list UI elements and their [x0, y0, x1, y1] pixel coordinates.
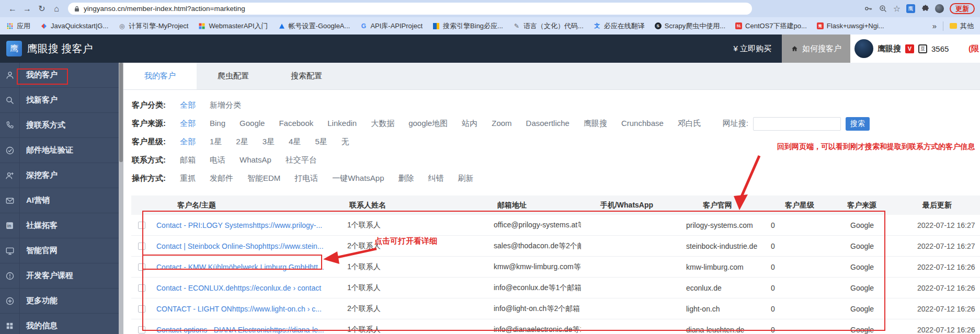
- filter-action[interactable]: 发邮件: [210, 174, 233, 182]
- filter-option[interactable]: 无: [341, 137, 349, 146]
- tab-search-config[interactable]: 搜索配置: [270, 63, 343, 89]
- filter-option-active[interactable]: 全部: [180, 119, 196, 129]
- filter-option[interactable]: google地图: [408, 119, 448, 128]
- row-checkbox[interactable]: [138, 305, 145, 313]
- customer-name-link[interactable]: CONTACT - LIGHT ONhttps://www.light-on.c…: [152, 305, 343, 313]
- bookmark-item[interactable]: 文 必应在线翻译: [594, 21, 645, 31]
- filter-option[interactable]: 2星: [236, 137, 248, 146]
- filter-option[interactable]: Facebook: [279, 119, 313, 128]
- email-cell: info@econlux.de等1个邮箱: [474, 283, 581, 293]
- back-icon[interactable]: ←: [5, 4, 20, 14]
- filter-option[interactable]: Google: [240, 119, 265, 128]
- sidebar-item-email-verify[interactable]: 邮件地址验证: [0, 138, 119, 163]
- filter-option[interactable]: Bing: [210, 119, 225, 128]
- pen-icon: ✎: [513, 22, 520, 30]
- filter-action[interactable]: 刷新: [458, 174, 474, 182]
- extension-yingyanso-icon[interactable]: 鹰: [906, 4, 915, 13]
- content-scrollbar[interactable]: [119, 63, 123, 334]
- scrollbar-thumb[interactable]: [119, 63, 123, 162]
- browser-profile-avatar[interactable]: [935, 4, 944, 13]
- zoom-icon[interactable]: [879, 4, 887, 13]
- row-checkbox[interactable]: [138, 284, 145, 292]
- filter-option[interactable]: 社交平台: [286, 155, 317, 164]
- sidebar-item-find-customers[interactable]: 找新客户: [0, 88, 119, 113]
- filter-action[interactable]: 删除: [398, 174, 414, 182]
- filter-action[interactable]: 智能EDM: [247, 174, 280, 182]
- reload-icon[interactable]: ↻: [35, 4, 49, 14]
- puzzle-extensions-icon[interactable]: [921, 5, 929, 13]
- col-header-updated: 最后更新: [895, 201, 980, 210]
- search-button[interactable]: 搜索: [846, 117, 870, 131]
- filter-option-active[interactable]: 全部: [180, 137, 196, 147]
- browser-home-icon[interactable]: ⌂: [49, 4, 64, 14]
- sidebar-item-more[interactable]: 更多功能: [0, 289, 119, 314]
- bookmark-star-icon[interactable]: ☆: [893, 4, 901, 14]
- filter-option[interactable]: Dasoertliche: [526, 119, 569, 128]
- filter-option[interactable]: 新增分类: [210, 100, 241, 109]
- person-icon: [0, 63, 20, 87]
- filter-action[interactable]: 重抓: [180, 174, 196, 182]
- filter-option[interactable]: 3星: [263, 137, 275, 146]
- bookmark-item[interactable]: 帐号设置-GoogleA...: [278, 21, 350, 31]
- key-icon[interactable]: [864, 4, 873, 13]
- sidebar-item-smart-website[interactable]: 智能官网: [0, 238, 119, 263]
- filter-option[interactable]: 1星: [210, 137, 222, 146]
- bookmark-item[interactable]: S Scrapy爬虫中使用...: [655, 21, 725, 31]
- sidebar-item-search-contacts[interactable]: 搜联系方式: [0, 113, 119, 138]
- bookmark-item[interactable]: ◎ 计算引擎-MyProject: [118, 21, 188, 31]
- browser-update-button[interactable]: 更新: [950, 3, 975, 14]
- row-checkbox[interactable]: [138, 326, 145, 333]
- sidebar-item-my-customers[interactable]: 我的客户: [0, 63, 119, 88]
- row-checkbox[interactable]: [138, 263, 145, 271]
- filter-option[interactable]: 邓白氏: [678, 119, 701, 128]
- customer-name-link[interactable]: Contact - ECONLUX.dehttps://econlux.de ›…: [152, 284, 343, 292]
- bookmark-item[interactable]: JavaQuickstart|G...: [40, 22, 108, 30]
- tab-crawler-config[interactable]: 爬虫配置: [197, 63, 270, 89]
- address-bar[interactable]: yingyanso.cn/member-index.html?action=ma…: [68, 3, 752, 15]
- forward-icon[interactable]: →: [20, 4, 35, 14]
- jianshu-icon: 简: [817, 22, 824, 29]
- filter-option-active[interactable]: 全部: [180, 100, 196, 110]
- buy-now-button[interactable]: ¥ 立即购买: [723, 34, 782, 63]
- sidebar-item-deep-mine[interactable]: 深挖客户: [0, 163, 119, 188]
- filter-option[interactable]: 邮箱: [180, 155, 196, 164]
- filter-option[interactable]: 电话: [210, 155, 225, 164]
- filter-option[interactable]: WhatsAp: [240, 155, 271, 164]
- bookmark-item[interactable]: ✎ 语言（文化）代码...: [513, 21, 584, 31]
- bookmark-apps[interactable]: 应用: [6, 21, 30, 31]
- sidebar-item-my-info[interactable]: 我的信息: [0, 314, 119, 334]
- bookmarks-overflow-icon[interactable]: »: [932, 21, 937, 30]
- bookmark-item[interactable]: 51 CentOS7下搭建po...: [735, 21, 807, 31]
- filter-option[interactable]: Zoom: [492, 119, 511, 128]
- customer-name-link[interactable]: Contact | Steinbock Online-Shophttps://w…: [152, 242, 343, 250]
- customer-name-link[interactable]: Contact - KMW Kühlmöbelwerk Limburg GmbH…: [152, 263, 343, 271]
- bookmark-item[interactable]: WebmasterAPI入门: [198, 21, 268, 31]
- customer-name-link[interactable]: Contact options - DIANA Electronichttps:…: [152, 326, 343, 334]
- row-checkbox[interactable]: [138, 243, 145, 250]
- filter-action[interactable]: 纠错: [428, 174, 444, 182]
- how-to-search-button[interactable]: 如何搜客户: [782, 34, 850, 63]
- customer-name-link[interactable]: Contact - PRI:LOGY Systemshttps://www.pr…: [152, 221, 343, 229]
- row-checkbox[interactable]: [138, 222, 145, 229]
- filter-action[interactable]: 一键WhatsApp: [332, 174, 384, 182]
- email-cell: info@light-on.ch等2个邮箱: [474, 304, 581, 314]
- user-avatar[interactable]: [854, 39, 873, 58]
- filter-option[interactable]: 鹰眼搜: [584, 119, 607, 128]
- bookmark-item[interactable]: 简 Flask+uwsgi+Ngi...: [817, 22, 884, 30]
- tab-my-customers[interactable]: 我的客户: [123, 63, 197, 89]
- sidebar-item-ai-marketing[interactable]: AI营销: [0, 188, 119, 213]
- filter-option[interactable]: 大数据: [371, 119, 394, 128]
- bookmark-item[interactable]: G API库-APIProject: [360, 21, 423, 31]
- person-plus-icon: [0, 163, 20, 188]
- filter-option[interactable]: Linkedin: [327, 119, 357, 128]
- filter-option[interactable]: 站内: [462, 119, 477, 128]
- sidebar-item-social-media[interactable]: in 社媒拓客: [0, 213, 119, 238]
- filter-option[interactable]: 5星: [315, 137, 327, 146]
- bookmark-item[interactable]: 搜索引擎Bing必应...: [432, 21, 503, 31]
- filter-action[interactable]: 打电话: [294, 174, 318, 182]
- other-bookmarks-folder[interactable]: 其他: [950, 21, 974, 31]
- sidebar-item-course[interactable]: 开发客户课程: [0, 263, 119, 289]
- filter-option[interactable]: Crunchbase: [621, 119, 664, 128]
- url-search-input[interactable]: [753, 117, 841, 131]
- filter-option[interactable]: 4星: [289, 137, 301, 146]
